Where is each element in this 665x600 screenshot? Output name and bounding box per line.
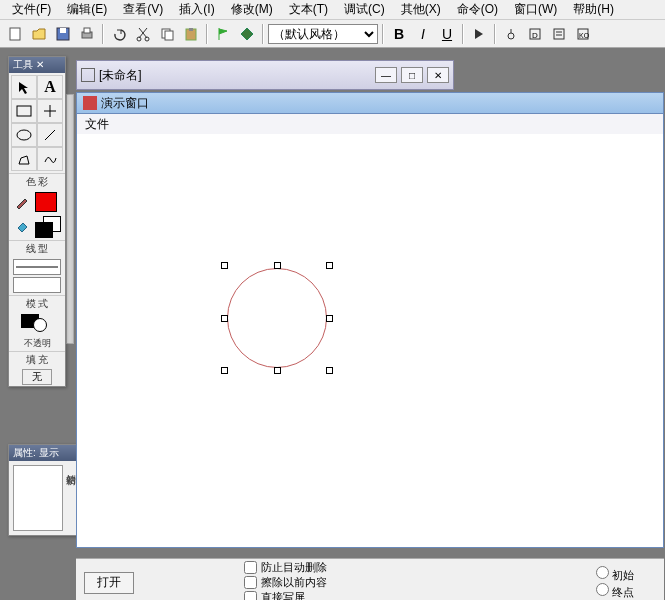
open-button[interactable]: 打开 <box>84 572 134 594</box>
minimize-button[interactable]: — <box>375 67 397 83</box>
freehand-tool[interactable] <box>37 147 63 171</box>
misc-icon-3[interactable] <box>548 23 570 45</box>
polygon-tool[interactable] <box>11 147 37 171</box>
close-button[interactable]: ✕ <box>427 67 449 83</box>
radio-end[interactable] <box>596 583 609 596</box>
line-label: 线 型 <box>9 240 65 257</box>
demo-menubar: 文件 <box>76 114 664 134</box>
toolbar: （默认风格） B I U D KO <box>0 20 665 48</box>
paste-icon[interactable] <box>180 23 202 45</box>
canvas[interactable] <box>76 134 664 548</box>
doc-title: [未命名] <box>99 67 142 84</box>
chk-direct-screen[interactable] <box>244 591 257 600</box>
mode-indicator[interactable] <box>21 314 53 334</box>
demo-title-text: 演示窗口 <box>101 95 149 112</box>
menu-insert[interactable]: 插入(I) <box>171 0 222 20</box>
ellipse-tool[interactable] <box>11 123 37 147</box>
copy-icon[interactable] <box>156 23 178 45</box>
svg-rect-4 <box>84 28 90 33</box>
text-tool[interactable]: A <box>37 75 63 99</box>
menu-edit[interactable]: 编辑(E) <box>59 0 115 20</box>
chk-auto-delete[interactable] <box>244 561 257 574</box>
undo-icon[interactable] <box>108 23 130 45</box>
rect-tool[interactable] <box>11 99 37 123</box>
handle-e[interactable] <box>326 315 333 322</box>
menu-command[interactable]: 命令(O) <box>449 0 506 20</box>
italic-button[interactable]: I <box>412 23 434 45</box>
handle-w[interactable] <box>221 315 228 322</box>
maximize-button[interactable]: □ <box>401 67 423 83</box>
svg-rect-0 <box>10 28 20 40</box>
menu-file[interactable]: 文件(F) <box>4 0 59 20</box>
handle-n[interactable] <box>274 262 281 269</box>
menubar: 文件(F) 编辑(E) 查看(V) 插入(I) 修改(M) 文本(T) 调试(C… <box>0 0 665 20</box>
open-icon[interactable] <box>28 23 50 45</box>
opacity-label: 不透明 <box>9 336 65 351</box>
demo-icon <box>83 96 97 110</box>
misc-icon-4[interactable]: KO <box>572 23 594 45</box>
workspace: 工具 ✕ A 色 彩 线 型 模 式 <box>0 48 665 600</box>
save-icon[interactable] <box>52 23 74 45</box>
menu-debug[interactable]: 调试(C) <box>336 0 393 20</box>
svg-rect-17 <box>17 106 31 116</box>
radio-initial[interactable] <box>596 566 609 579</box>
menu-help[interactable]: 帮助(H) <box>565 0 622 20</box>
line-style-box[interactable] <box>13 277 61 293</box>
print-icon[interactable] <box>76 23 98 45</box>
underline-button[interactable]: U <box>436 23 458 45</box>
handle-nw[interactable] <box>221 262 228 269</box>
svg-rect-8 <box>165 31 173 40</box>
svg-point-18 <box>17 130 31 140</box>
color-label: 色 彩 <box>9 173 65 190</box>
svg-rect-2 <box>60 28 66 33</box>
menu-modify[interactable]: 修改(M) <box>223 0 281 20</box>
run-icon[interactable] <box>236 23 258 45</box>
handle-se[interactable] <box>326 367 333 374</box>
document-window-titlebar[interactable]: [未命名] — □ ✕ <box>76 60 454 90</box>
misc-icon-1[interactable] <box>500 23 522 45</box>
demo-menu-file[interactable]: 文件 <box>85 117 109 131</box>
style-select[interactable]: （默认风格） <box>268 24 378 44</box>
svg-point-11 <box>508 33 514 39</box>
svg-rect-14 <box>554 29 564 39</box>
fill-value[interactable]: 无 <box>22 369 52 385</box>
pen-color-icon[interactable] <box>11 192 33 212</box>
menu-other[interactable]: 其他(X) <box>393 0 449 20</box>
svg-rect-10 <box>189 28 193 31</box>
menu-view[interactable]: 查看(V) <box>115 0 171 20</box>
demo-window-titlebar[interactable]: 演示窗口 <box>76 92 664 114</box>
new-doc-icon[interactable] <box>4 23 26 45</box>
menu-window[interactable]: 窗口(W) <box>506 0 565 20</box>
bucket-icon[interactable] <box>11 216 33 238</box>
menu-text[interactable]: 文本(T) <box>281 0 336 20</box>
chk-erase-prev[interactable] <box>244 576 257 589</box>
line-pattern[interactable] <box>13 259 61 275</box>
mode-label: 模 式 <box>9 295 65 312</box>
play-icon[interactable] <box>468 23 490 45</box>
property-panel-title[interactable]: 属性: 显示 <box>9 445 79 461</box>
handle-ne[interactable] <box>326 262 333 269</box>
misc-icon-2[interactable]: D <box>524 23 546 45</box>
ruler-left <box>66 94 74 344</box>
handle-sw[interactable] <box>221 367 228 374</box>
tool-panel: 工具 ✕ A 色 彩 线 型 模 式 <box>8 56 66 387</box>
bottom-strip: 打开 防止目动删除 擦除以前内容 直接写屏 初始 终点 <box>76 558 664 600</box>
doc-icon <box>81 68 95 82</box>
svg-text:KO: KO <box>579 32 590 39</box>
flag-icon[interactable] <box>212 23 234 45</box>
fill-black-swatch[interactable] <box>35 222 53 238</box>
line-tool[interactable] <box>37 123 63 147</box>
fill-label: 填 充 <box>9 351 65 368</box>
tool-panel-title[interactable]: 工具 ✕ <box>9 57 65 73</box>
property-panel: 属性: 显示 初始侧 <box>8 444 80 536</box>
svg-text:D: D <box>532 31 538 40</box>
bold-button[interactable]: B <box>388 23 410 45</box>
cut-icon[interactable] <box>132 23 154 45</box>
cross-tool[interactable] <box>37 99 63 123</box>
select-tool[interactable] <box>11 75 37 99</box>
circle-shape[interactable] <box>227 268 327 368</box>
handle-s[interactable] <box>274 367 281 374</box>
property-preview <box>13 465 63 531</box>
stroke-color-swatch[interactable] <box>35 192 57 212</box>
